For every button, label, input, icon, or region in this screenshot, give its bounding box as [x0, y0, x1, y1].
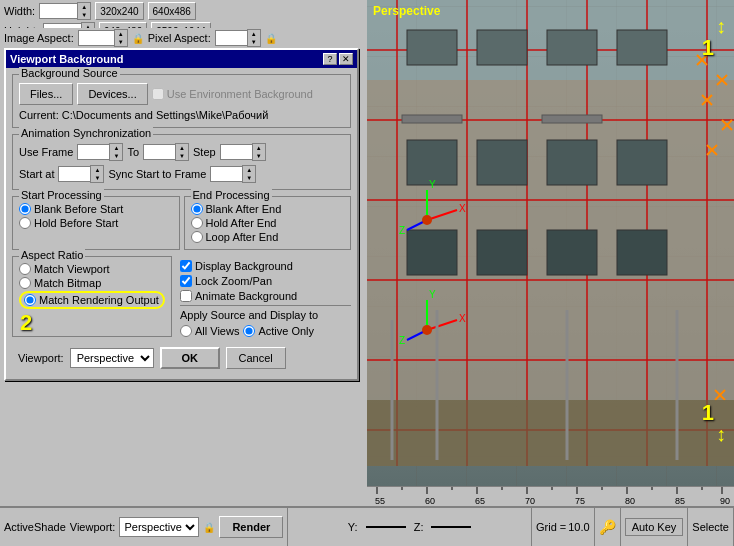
use-frame-input[interactable] — [77, 144, 109, 160]
hold-before-start-label[interactable]: Hold Before Start — [19, 217, 173, 229]
dialog-title: Viewport Background — [10, 53, 123, 65]
auto-key-section[interactable]: Auto Key — [621, 508, 689, 546]
aspect-ratio-title: Aspect Ratio — [19, 249, 85, 261]
active-only-label[interactable]: Active Only — [243, 325, 314, 337]
ok-button[interactable]: OK — [160, 347, 220, 369]
hold-before-start-radio[interactable] — [19, 217, 31, 229]
pixel-aspect-spin-btns[interactable]: ▲ ▼ — [247, 29, 261, 47]
sync-input[interactable]: 0 — [210, 166, 242, 182]
use-frame-up[interactable]: ▲ — [110, 144, 122, 152]
to-label: To — [127, 146, 139, 158]
svg-text:Z: Z — [399, 225, 405, 236]
blank-after-end-radio[interactable] — [191, 203, 203, 215]
svg-rect-54 — [367, 400, 734, 466]
files-btn[interactable]: Files... — [19, 83, 73, 105]
match-bitmap-label[interactable]: Match Bitmap — [19, 277, 165, 289]
blank-after-end-label[interactable]: Blank After End — [191, 203, 345, 215]
current-path: C:\Documents and Settings\Mike\Рабочий — [62, 109, 269, 121]
step-up[interactable]: ▲ — [253, 144, 265, 152]
lock-zoom-pan-label[interactable]: Lock Zoom/Pan — [180, 275, 351, 287]
aspect-display-section: Aspect Ratio Match Viewport Match Bitmap… — [12, 256, 351, 337]
match-rendering-output-radio[interactable] — [24, 294, 36, 306]
auto-key-button[interactable]: Auto Key — [625, 518, 684, 536]
to-down[interactable]: ▼ — [176, 152, 188, 160]
grid-label: Grid = — [536, 521, 566, 533]
blank-before-start-label[interactable]: Blank Before Start — [19, 203, 173, 215]
sync-spinbox[interactable]: 0 ▲ ▼ — [210, 165, 256, 183]
activeshade-viewport-select[interactable]: Perspective — [119, 517, 199, 537]
width-up-btn[interactable]: ▲ — [78, 3, 90, 11]
pixel-aspect-down[interactable]: ▼ — [248, 38, 260, 46]
image-aspect-up[interactable]: ▲ — [115, 30, 127, 38]
bg-source-title: Background Source — [19, 67, 120, 79]
activeshade-section: ActiveShade Viewport: Perspective 🔒 Rend… — [0, 508, 288, 546]
to-input[interactable]: 30 — [143, 144, 175, 160]
start-at-input[interactable]: 1 — [58, 166, 90, 182]
lock-icon-pixel-aspect[interactable]: 🔒 — [265, 33, 277, 44]
res-640x486-btn[interactable]: 640x486 — [148, 2, 196, 20]
match-bitmap-radio[interactable] — [19, 277, 31, 289]
match-viewport-label[interactable]: Match Viewport — [19, 263, 165, 275]
devices-btn[interactable]: Devices... — [77, 83, 147, 105]
width-spin-buttons[interactable]: ▲ ▼ — [77, 2, 91, 20]
svg-rect-14 — [407, 30, 457, 65]
res-320x240-btn[interactable]: 320x240 — [95, 2, 143, 20]
hold-after-end-radio[interactable] — [191, 217, 203, 229]
aspect-row: Image Aspect: 1.333 ▲ ▼ 🔒 Pixel Aspect: … — [0, 28, 365, 48]
svg-rect-27 — [542, 115, 602, 123]
loop-after-end-label[interactable]: Loop After End — [191, 231, 345, 243]
svg-text:85: 85 — [675, 496, 685, 506]
width-spinbox[interactable]: 640 ▲ ▼ — [39, 2, 91, 20]
all-views-radio[interactable] — [180, 325, 192, 337]
to-spinbox[interactable]: 30 ▲ ▼ — [143, 143, 189, 161]
sync-down[interactable]: ▼ — [243, 174, 255, 182]
display-bg-checkbox[interactable] — [180, 260, 192, 272]
image-aspect-spinbox[interactable]: 1.333 ▲ ▼ — [78, 29, 128, 47]
blank-before-start-radio[interactable] — [19, 203, 31, 215]
pixel-aspect-spinbox[interactable]: 1.0 ▲ ▼ — [215, 29, 261, 47]
svg-text:Z: Z — [399, 335, 405, 346]
help-btn[interactable]: ? — [323, 53, 337, 65]
pixel-aspect-up[interactable]: ▲ — [248, 30, 260, 38]
start-processing-col: Start Processing Blank Before Start Hold… — [12, 196, 180, 250]
sync-up[interactable]: ▲ — [243, 166, 255, 174]
animate-bg-label[interactable]: Animate Background — [180, 290, 351, 302]
loop-after-end-radio[interactable] — [191, 231, 203, 243]
lock-zoom-pan-checkbox[interactable] — [180, 275, 192, 287]
key-section: 🔑 — [595, 508, 621, 546]
render-button[interactable]: Render — [219, 516, 283, 538]
viewport-3d[interactable]: Perspective — [367, 0, 734, 506]
display-bg-label[interactable]: Display Background — [180, 260, 351, 272]
viewport-dropdown[interactable]: Perspective — [70, 348, 154, 368]
start-at-down[interactable]: ▼ — [91, 174, 103, 182]
step-spinbox[interactable]: 1 ▲ ▼ — [220, 143, 266, 161]
use-frame-spinbox[interactable]: ▲ ▼ — [77, 143, 123, 161]
step-down[interactable]: ▼ — [253, 152, 265, 160]
cancel-button[interactable]: Cancel — [226, 347, 286, 369]
pixel-aspect-input[interactable]: 1.0 — [215, 30, 247, 46]
lock-icon-image-aspect[interactable]: 🔒 — [132, 33, 144, 44]
lock-as-icon[interactable]: 🔒 — [203, 522, 215, 533]
close-btn[interactable]: ✕ — [339, 53, 353, 65]
hold-after-end-label[interactable]: Hold After End — [191, 217, 345, 229]
grid-section: Grid = 10.0 — [532, 508, 595, 546]
animate-bg-checkbox[interactable] — [180, 290, 192, 302]
image-aspect-input[interactable]: 1.333 — [78, 30, 114, 46]
active-only-radio[interactable] — [243, 325, 255, 337]
use-frame-down[interactable]: ▼ — [110, 152, 122, 160]
svg-text:80: 80 — [625, 496, 635, 506]
image-aspect-down[interactable]: ▼ — [115, 38, 127, 46]
image-aspect-spin-btns[interactable]: ▲ ▼ — [114, 29, 128, 47]
step-input[interactable]: 1 — [220, 144, 252, 160]
width-down-btn[interactable]: ▼ — [78, 11, 90, 19]
match-rendering-output-label[interactable]: Match Rendering Output — [19, 291, 165, 309]
match-viewport-radio[interactable] — [19, 263, 31, 275]
to-up[interactable]: ▲ — [176, 144, 188, 152]
start-at-spinbox[interactable]: 1 ▲ ▼ — [58, 165, 104, 183]
ruler-svg: 55 60 65 70 75 80 85 90 — [367, 486, 734, 506]
all-views-label[interactable]: All Views — [180, 325, 239, 337]
width-input[interactable]: 640 — [39, 3, 77, 19]
dialog-titlebar: Viewport Background ? ✕ — [6, 50, 357, 68]
start-at-up[interactable]: ▲ — [91, 166, 103, 174]
use-env-checkbox[interactable] — [152, 88, 164, 100]
